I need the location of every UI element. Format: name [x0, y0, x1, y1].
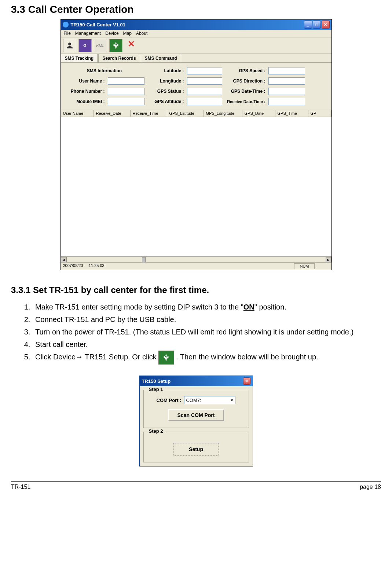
scroll-left-icon[interactable]: ◄ — [61, 257, 67, 262]
table-header: User Name Receive_Date Receive_Time GPS_… — [61, 110, 331, 117]
minimize-button[interactable]: _ — [304, 21, 312, 29]
section-heading: 3.3 Call Center Operation — [11, 4, 381, 15]
step-5-text-b: . Then the window below will be brought … — [176, 353, 318, 361]
sms-info-header: SMS Information — [65, 68, 144, 73]
menu-device[interactable]: Device — [105, 31, 119, 36]
tab-search-records[interactable]: Search Records — [98, 54, 140, 62]
tab-sms-tracking[interactable]: SMS Tracking — [61, 54, 98, 62]
gps-altitude-input[interactable] — [187, 98, 222, 105]
receive-datetime-label: Receive Date-Time : — [225, 99, 265, 104]
col-gps-date[interactable]: GPS_Date — [242, 110, 275, 117]
toolbar: G KML ✕ — [61, 37, 331, 54]
step-2: Connect TR-151 and PC by the USB cable. — [32, 313, 381, 326]
col-gps-time[interactable]: GPS_Time — [275, 110, 308, 117]
phone-number-input[interactable] — [108, 88, 144, 95]
latitude-label: Latitude : — [147, 68, 184, 73]
page-footer: TR-151 page 18 — [11, 481, 381, 490]
status-date: 2007/08/23 — [63, 263, 83, 268]
step-1-on: ON — [243, 303, 254, 311]
red-x-icon: ✕ — [128, 39, 135, 52]
step1-legend: Step 1 — [147, 387, 165, 392]
setup-title: TR150 Setup — [142, 378, 171, 384]
com-port-value: COM7: — [186, 398, 201, 403]
setup-titlebar: TR150 Setup ✕ — [140, 376, 253, 386]
window-title: TR150-Call Center V1.01 — [71, 22, 126, 28]
gps-status-input[interactable] — [187, 88, 222, 95]
app-icon — [63, 22, 69, 28]
subsection-heading: 3.3.1 Set TR-151 by call center for the … — [11, 285, 381, 295]
menu-about[interactable]: About — [136, 31, 147, 36]
setup-close-button[interactable]: ✕ — [243, 377, 250, 385]
menu-management[interactable]: Management — [75, 31, 101, 36]
com-port-label: COM Port : — [157, 398, 182, 403]
menu-file[interactable]: File — [64, 31, 71, 36]
footer-left: TR-151 — [11, 484, 30, 490]
tab-sms-command[interactable]: SMS Command — [141, 54, 181, 62]
col-gps-longitude[interactable]: GPS_Longitude — [204, 110, 242, 117]
tabs: SMS Tracking Search Records SMS Command — [61, 54, 331, 63]
setup-dialog: TR150 Setup ✕ Step 1 COM Port : COM7: ▼ … — [139, 376, 253, 466]
g-tool-icon[interactable]: G — [78, 39, 92, 52]
steps-list: Make TR-151 enter setting mode by settin… — [11, 301, 381, 365]
status-time: 11:25:03 — [89, 263, 105, 268]
gps-speed-label: GPS Speed : — [225, 68, 265, 73]
gps-datetime-label: GPS Date-Time : — [225, 89, 265, 94]
step-1-text-a: Make TR-151 enter setting mode by settin… — [35, 303, 243, 311]
status-num: NUM — [294, 263, 314, 269]
step2-fieldset: Step 2 Setup — [143, 432, 249, 462]
gps-direction-input[interactable] — [268, 77, 305, 85]
titlebar: TR150-Call Center V1.01 _ □ ✕ — [61, 19, 331, 30]
col-gps-latitude[interactable]: GPS_Latitude — [167, 110, 204, 117]
usb-icon — [158, 351, 174, 365]
maximize-button[interactable]: □ — [313, 21, 321, 29]
step-5: Click Device→ TR151 Setup. Or click . Th… — [32, 351, 381, 365]
footer-right: page 18 — [360, 484, 381, 490]
phone-number-label: Phone Number : — [65, 89, 105, 94]
receive-datetime-input[interactable] — [268, 98, 305, 105]
step-1-text-c: " position. — [254, 303, 286, 311]
window-controls: _ □ ✕ — [304, 21, 330, 29]
menubar: File Management Device Map About — [61, 30, 331, 37]
col-gp[interactable]: GP — [308, 110, 331, 117]
user-name-input[interactable] — [108, 77, 144, 85]
close-button[interactable]: ✕ — [322, 21, 330, 29]
com-port-select[interactable]: COM7: ▼ — [184, 396, 235, 404]
horizontal-scrollbar[interactable]: ◄ ► — [61, 256, 331, 262]
col-receive-date[interactable]: Receive_Date — [94, 110, 131, 117]
latitude-input[interactable] — [187, 67, 222, 74]
col-receive-time[interactable]: Receive_Time — [131, 110, 167, 117]
gps-direction-label: GPS Direction : — [225, 78, 265, 84]
gps-altitude-label: GPS Altitude : — [147, 99, 184, 104]
gps-datetime-input[interactable] — [268, 88, 305, 95]
profile-tool-icon[interactable] — [63, 39, 76, 52]
setup-button[interactable]: Setup — [173, 443, 219, 455]
gps-speed-input[interactable] — [268, 67, 305, 74]
step2-legend: Step 2 — [147, 428, 165, 434]
kml-tool-icon[interactable]: KML — [94, 39, 107, 52]
menu-map[interactable]: Map — [123, 31, 132, 36]
longitude-input[interactable] — [187, 77, 222, 85]
statusbar: 2007/08/23 11:25:03 NUM — [61, 262, 331, 270]
table-body[interactable] — [61, 117, 331, 256]
scan-com-button[interactable]: Scan COM Port — [168, 409, 224, 421]
module-imei-label: Module IMEI : — [65, 99, 105, 104]
scroll-thumb[interactable] — [142, 257, 146, 262]
scroll-right-icon[interactable]: ► — [326, 257, 331, 262]
col-user-name[interactable]: User Name — [61, 110, 94, 117]
form-panel: SMS Information Latitude : GPS Speed : U… — [61, 63, 331, 110]
step-4: Start call center. — [32, 338, 381, 351]
call-center-window: TR150-Call Center V1.01 _ □ ✕ File Manag… — [61, 19, 332, 270]
step-5-text-a: Click Device→ TR151 Setup. Or click — [35, 353, 158, 361]
module-imei-input[interactable] — [108, 98, 144, 105]
user-name-label: User Name : — [65, 78, 105, 84]
longitude-label: Longitude : — [147, 78, 184, 84]
step-3: Turn on the power of TR-151. (The status… — [32, 326, 381, 338]
gps-status-label: GPS Status : — [147, 89, 184, 94]
step1-fieldset: Step 1 COM Port : COM7: ▼ Scan COM Port — [143, 390, 249, 428]
dropdown-icon: ▼ — [230, 398, 234, 402]
step-1: Make TR-151 enter setting mode by settin… — [32, 301, 381, 313]
usb-tool-icon[interactable] — [109, 39, 122, 52]
